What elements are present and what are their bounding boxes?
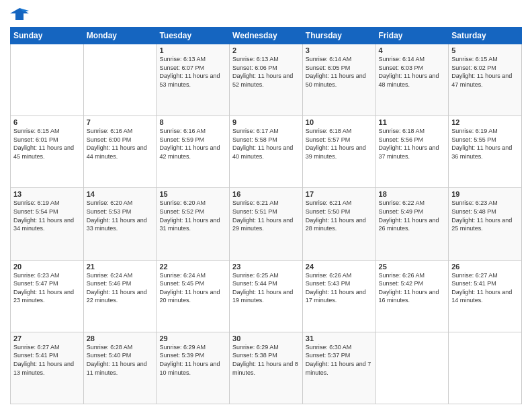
- calendar-cell: 23Sunrise: 6:25 AM Sunset: 5:44 PM Dayli…: [230, 260, 303, 332]
- day-info: Sunrise: 6:19 AM Sunset: 5:54 PM Dayligh…: [13, 199, 81, 232]
- calendar-cell: 13Sunrise: 6:19 AM Sunset: 5:54 PM Dayli…: [11, 188, 84, 260]
- day-number: 7: [87, 118, 154, 126]
- calendar-cell: 22Sunrise: 6:24 AM Sunset: 5:45 PM Dayli…: [157, 260, 230, 332]
- page: SundayMondayTuesdayWednesdayThursdayFrid…: [0, 0, 532, 411]
- calendar-cell: 7Sunrise: 6:16 AM Sunset: 6:00 PM Daylig…: [83, 116, 157, 188]
- day-number: 24: [306, 263, 373, 271]
- day-info: Sunrise: 6:14 AM Sunset: 6:05 PM Dayligh…: [306, 55, 373, 89]
- day-number: 16: [232, 190, 300, 198]
- day-header-tuesday: Tuesday: [157, 28, 230, 44]
- calendar-cell: 2Sunrise: 6:13 AM Sunset: 6:06 PM Daylig…: [230, 44, 303, 116]
- day-number: 26: [451, 263, 519, 271]
- logo-icon: [10, 7, 29, 21]
- calendar-cell: 9Sunrise: 6:17 AM Sunset: 5:58 PM Daylig…: [230, 116, 303, 188]
- calendar-cell: 5Sunrise: 6:15 AM Sunset: 6:02 PM Daylig…: [449, 44, 522, 116]
- calendar-cell: 26Sunrise: 6:27 AM Sunset: 5:41 PM Dayli…: [449, 260, 522, 332]
- calendar-cell: 30Sunrise: 6:29 AM Sunset: 5:38 PM Dayli…: [230, 332, 303, 404]
- day-number: 17: [306, 190, 373, 198]
- calendar-cell: [375, 332, 449, 404]
- day-info: Sunrise: 6:25 AM Sunset: 5:44 PM Dayligh…: [232, 271, 300, 305]
- calendar-cell: 15Sunrise: 6:20 AM Sunset: 5:52 PM Dayli…: [157, 188, 230, 260]
- day-info: Sunrise: 6:18 AM Sunset: 5:57 PM Dayligh…: [306, 127, 373, 161]
- day-info: Sunrise: 6:16 AM Sunset: 6:00 PM Dayligh…: [87, 127, 154, 161]
- calendar-cell: 16Sunrise: 6:21 AM Sunset: 5:51 PM Dayli…: [230, 188, 303, 260]
- calendar-cell: 31Sunrise: 6:30 AM Sunset: 5:37 PM Dayli…: [302, 332, 375, 404]
- day-number: 27: [13, 334, 81, 342]
- day-info: Sunrise: 6:13 AM Sunset: 6:07 PM Dayligh…: [159, 55, 226, 89]
- day-header-wednesday: Wednesday: [230, 28, 303, 44]
- day-info: Sunrise: 6:13 AM Sunset: 6:06 PM Dayligh…: [232, 55, 300, 89]
- calendar-body: 1Sunrise: 6:13 AM Sunset: 6:07 PM Daylig…: [11, 44, 522, 404]
- calendar-cell: 25Sunrise: 6:26 AM Sunset: 5:42 PM Dayli…: [375, 260, 449, 332]
- day-number: 4: [379, 46, 446, 54]
- header-row: SundayMondayTuesdayWednesdayThursdayFrid…: [11, 28, 522, 44]
- day-info: Sunrise: 6:24 AM Sunset: 5:45 PM Dayligh…: [159, 271, 226, 305]
- week-row-2: 6Sunrise: 6:15 AM Sunset: 6:01 PM Daylig…: [11, 116, 522, 188]
- calendar-cell: 24Sunrise: 6:26 AM Sunset: 5:43 PM Dayli…: [302, 260, 375, 332]
- day-info: Sunrise: 6:15 AM Sunset: 6:02 PM Dayligh…: [451, 55, 519, 89]
- day-number: 14: [87, 190, 154, 198]
- day-number: 19: [451, 190, 519, 198]
- day-info: Sunrise: 6:20 AM Sunset: 5:52 PM Dayligh…: [159, 199, 226, 232]
- day-info: Sunrise: 6:23 AM Sunset: 5:47 PM Dayligh…: [13, 271, 81, 305]
- day-number: 15: [159, 190, 226, 198]
- day-info: Sunrise: 6:21 AM Sunset: 5:51 PM Dayligh…: [232, 199, 300, 232]
- calendar-cell: 28Sunrise: 6:28 AM Sunset: 5:40 PM Dayli…: [83, 332, 157, 404]
- day-number: 31: [306, 334, 373, 342]
- day-info: Sunrise: 6:30 AM Sunset: 5:37 PM Dayligh…: [306, 343, 373, 377]
- day-info: Sunrise: 6:19 AM Sunset: 5:55 PM Dayligh…: [451, 127, 519, 161]
- day-info: Sunrise: 6:16 AM Sunset: 5:59 PM Dayligh…: [159, 127, 226, 161]
- calendar-cell: 14Sunrise: 6:20 AM Sunset: 5:53 PM Dayli…: [83, 188, 157, 260]
- calendar-cell: 8Sunrise: 6:16 AM Sunset: 5:59 PM Daylig…: [157, 116, 230, 188]
- day-info: Sunrise: 6:26 AM Sunset: 5:42 PM Dayligh…: [379, 271, 446, 305]
- day-number: 3: [306, 46, 373, 54]
- day-number: 9: [232, 118, 300, 126]
- day-number: 8: [159, 118, 226, 126]
- week-row-4: 20Sunrise: 6:23 AM Sunset: 5:47 PM Dayli…: [11, 260, 522, 332]
- day-header-saturday: Saturday: [449, 28, 522, 44]
- logo: [10, 7, 32, 21]
- calendar-cell: 18Sunrise: 6:22 AM Sunset: 5:49 PM Dayli…: [375, 188, 449, 260]
- calendar-cell: 12Sunrise: 6:19 AM Sunset: 5:55 PM Dayli…: [449, 116, 522, 188]
- day-info: Sunrise: 6:15 AM Sunset: 6:01 PM Dayligh…: [13, 127, 81, 161]
- day-number: 28: [87, 334, 154, 342]
- day-number: 6: [13, 118, 81, 126]
- day-info: Sunrise: 6:22 AM Sunset: 5:49 PM Dayligh…: [379, 199, 446, 232]
- calendar-cell: [11, 44, 84, 116]
- day-number: 13: [13, 190, 81, 198]
- day-info: Sunrise: 6:27 AM Sunset: 5:41 PM Dayligh…: [451, 271, 519, 305]
- day-number: 10: [306, 118, 373, 126]
- day-number: 22: [159, 263, 226, 271]
- day-number: 23: [232, 263, 300, 271]
- calendar-cell: 27Sunrise: 6:27 AM Sunset: 5:41 PM Dayli…: [11, 332, 84, 404]
- day-header-thursday: Thursday: [302, 28, 375, 44]
- day-info: Sunrise: 6:17 AM Sunset: 5:58 PM Dayligh…: [232, 127, 300, 161]
- calendar-cell: 1Sunrise: 6:13 AM Sunset: 6:07 PM Daylig…: [157, 44, 230, 116]
- day-info: Sunrise: 6:29 AM Sunset: 5:39 PM Dayligh…: [159, 343, 226, 377]
- week-row-5: 27Sunrise: 6:27 AM Sunset: 5:41 PM Dayli…: [11, 332, 522, 404]
- day-number: 29: [159, 334, 226, 342]
- day-info: Sunrise: 6:20 AM Sunset: 5:53 PM Dayligh…: [87, 199, 154, 232]
- calendar-cell: 17Sunrise: 6:21 AM Sunset: 5:50 PM Dayli…: [302, 188, 375, 260]
- day-header-monday: Monday: [83, 28, 157, 44]
- calendar-cell: 3Sunrise: 6:14 AM Sunset: 6:05 PM Daylig…: [302, 44, 375, 116]
- calendar-cell: 19Sunrise: 6:23 AM Sunset: 5:48 PM Dayli…: [449, 188, 522, 260]
- week-row-1: 1Sunrise: 6:13 AM Sunset: 6:07 PM Daylig…: [11, 44, 522, 116]
- day-info: Sunrise: 6:28 AM Sunset: 5:40 PM Dayligh…: [87, 343, 154, 377]
- calendar-cell: 20Sunrise: 6:23 AM Sunset: 5:47 PM Dayli…: [11, 260, 84, 332]
- day-number: 30: [232, 334, 300, 342]
- calendar-cell: [83, 44, 157, 116]
- day-number: 5: [451, 46, 519, 54]
- day-info: Sunrise: 6:26 AM Sunset: 5:43 PM Dayligh…: [306, 271, 373, 305]
- day-number: 2: [232, 46, 300, 54]
- calendar-cell: 21Sunrise: 6:24 AM Sunset: 5:46 PM Dayli…: [83, 260, 157, 332]
- calendar-cell: 29Sunrise: 6:29 AM Sunset: 5:39 PM Dayli…: [157, 332, 230, 404]
- day-number: 25: [379, 263, 446, 271]
- day-info: Sunrise: 6:18 AM Sunset: 5:56 PM Dayligh…: [379, 127, 446, 161]
- calendar-cell: [449, 332, 522, 404]
- day-info: Sunrise: 6:14 AM Sunset: 6:03 PM Dayligh…: [379, 55, 446, 89]
- calendar-header: SundayMondayTuesdayWednesdayThursdayFrid…: [11, 28, 522, 44]
- day-number: 11: [379, 118, 446, 126]
- day-info: Sunrise: 6:24 AM Sunset: 5:46 PM Dayligh…: [87, 271, 154, 305]
- day-number: 21: [87, 263, 154, 271]
